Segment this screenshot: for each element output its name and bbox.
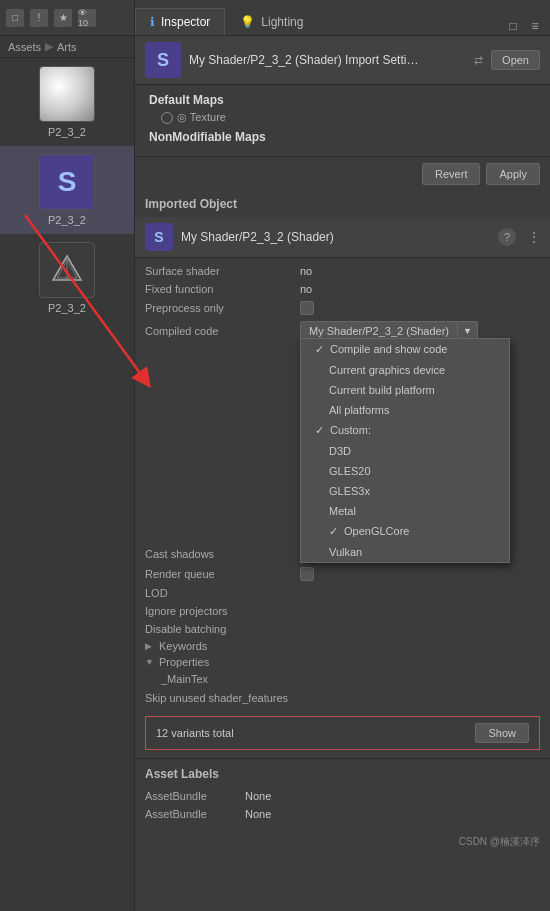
asset-bundle-val-0: None <box>245 790 271 802</box>
prop-label-lod: LOD <box>145 587 300 599</box>
breadcrumb-assets[interactable]: Assets <box>8 41 41 53</box>
properties-table: Surface shader no Fixed function no Prep… <box>135 258 550 712</box>
inspector-tab-icon: ℹ <box>150 15 155 29</box>
shader-header: S My Shader/P2_3_2 (Shader) Import Setti… <box>135 36 550 85</box>
show-button[interactable]: Show <box>475 723 529 743</box>
render-checkbox[interactable] <box>300 567 314 581</box>
lock-icon[interactable]: □ <box>6 9 24 27</box>
asset-label-2: P2_3_2 <box>48 302 86 314</box>
tabs-bar: ℹ Inspector 💡 Lighting □ ≡ <box>135 0 550 36</box>
shader-icon-letter: S <box>157 50 169 71</box>
breadcrumb: Assets ▶ Arts <box>0 36 134 58</box>
asset-item-p2-3-2-unity[interactable]: P2_3_2 <box>0 234 134 322</box>
dropdown-item-current-build[interactable]: Current build platform <box>301 380 509 400</box>
shader-header-icon: S <box>145 42 181 78</box>
prop-surface-shader: Surface shader no <box>145 262 540 280</box>
asset-item-p2-3-2-mat[interactable]: P2_3_2 <box>0 58 134 146</box>
prop-label-render: Render queue <box>145 568 300 580</box>
alert-icon[interactable]: ! <box>30 9 48 27</box>
imported-shader-row: S My Shader/P2_3_2 (Shader) ? ⋮ <box>135 217 550 258</box>
inspector-content: S My Shader/P2_3_2 (Shader) Import Setti… <box>135 36 550 911</box>
lighting-tab-icon: 💡 <box>240 15 255 29</box>
texture-circle-icon <box>161 112 173 124</box>
preprocess-checkbox[interactable] <box>300 301 314 315</box>
dropdown-menu: Compile and show code Current graphics d… <box>300 338 510 563</box>
prop-compiled-code: Compiled code My Shader/P2_3_2 (Shader) … <box>145 318 540 344</box>
breadcrumb-arts[interactable]: Arts <box>57 41 77 53</box>
inspector-tab-label: Inspector <box>161 15 210 29</box>
dropdown-item-vulkan[interactable]: Vulkan <box>301 542 509 562</box>
prop-label-compiled: Compiled code <box>145 325 300 337</box>
tab-window-icon[interactable]: □ <box>504 17 522 35</box>
star-icon[interactable]: ★ <box>54 9 72 27</box>
prop-value-fixed: no <box>300 283 312 295</box>
asset-bundle-key-1: AssetBundle <box>145 808 245 820</box>
help-button[interactable]: ? <box>498 228 516 246</box>
keywords-label: Keywords <box>159 640 207 652</box>
breadcrumb-sep: ▶ <box>45 40 53 53</box>
asset-bundle-key-0: AssetBundle <box>145 790 245 802</box>
dropdown-item-gles20[interactable]: GLES20 <box>301 461 509 481</box>
asset-labels-title: Asset Labels <box>145 767 540 781</box>
left-topbar: □ ! ★ 👁10 <box>0 0 134 36</box>
properties-label: Properties <box>159 656 209 668</box>
shader-header-title: My Shader/P2_3_2 (Shader) Import Setti… <box>189 53 466 67</box>
dropdown-item-current-gfx[interactable]: Current graphics device <box>301 360 509 380</box>
texture-label: ◎ Texture <box>177 111 226 124</box>
texture-sub: ◎ Texture <box>149 111 536 124</box>
prop-disable-batching: Disable batching <box>145 620 540 638</box>
variants-count: 12 variants total <box>156 727 467 739</box>
asset-icon-unity <box>39 242 95 298</box>
prop-label-disable: Disable batching <box>145 623 300 635</box>
tabs-right-icons: □ ≡ <box>498 17 550 35</box>
eye-icon[interactable]: 👁10 <box>78 9 96 27</box>
keywords-tree-item[interactable]: ▶ Keywords <box>145 638 540 654</box>
tab-lighting[interactable]: 💡 Lighting <box>225 8 318 35</box>
tab-menu-icon[interactable]: ≡ <box>526 17 544 35</box>
tab-inspector[interactable]: ℹ Inspector <box>135 8 225 35</box>
asset-label-row-0: AssetBundle None <box>145 787 540 805</box>
asset-label-0: P2_3_2 <box>48 126 86 138</box>
prop-label-surface: Surface shader <box>145 265 300 277</box>
prop-main-tex: _MainTex <box>145 670 540 688</box>
dropdown-item-gles3x[interactable]: GLES3x <box>301 481 509 501</box>
lighting-tab-label: Lighting <box>261 15 303 29</box>
skip-unused-label: Skip unused shader_features <box>145 692 288 704</box>
buttons-row: Revert Apply <box>135 157 550 191</box>
main-tex-label: _MainTex <box>161 673 208 685</box>
revert-button[interactable]: Revert <box>422 163 480 185</box>
dropdown-item-custom[interactable]: Custom: <box>301 420 509 441</box>
shader-s-letter: S <box>58 166 77 198</box>
asset-bundle-val-1: None <box>245 808 271 820</box>
asset-label-row-1: AssetBundle None <box>145 805 540 823</box>
apply-button[interactable]: Apply <box>486 163 540 185</box>
prop-label-preprocess: Preprocess only <box>145 302 300 314</box>
import-arrow-icon: ⇄ <box>474 54 483 67</box>
imported-object-header: Imported Object <box>135 191 550 217</box>
dropdown-item-compile[interactable]: Compile and show code <box>301 339 509 360</box>
prop-lod: LOD <box>145 584 540 602</box>
skip-unused-row: Skip unused shader_features <box>145 692 540 708</box>
imported-s-letter: S <box>154 229 163 245</box>
asset-icon-shader: S <box>39 154 95 210</box>
prop-value-surface: no <box>300 265 312 277</box>
prop-label-fixed: Fixed function <box>145 283 300 295</box>
dropdown-item-all-platforms[interactable]: All platforms <box>301 400 509 420</box>
asset-item-p2-3-2-shader[interactable]: S P2_3_2 <box>0 146 134 234</box>
prop-label-cast: Cast shadows <box>145 548 300 560</box>
keywords-arrow-icon: ▶ <box>145 641 159 651</box>
non-modifiable-title: NonModifiable Maps <box>149 130 536 144</box>
properties-tree-item[interactable]: ▼ Properties <box>145 654 540 670</box>
right-panel: ℹ Inspector 💡 Lighting □ ≡ S My Shader/P… <box>135 0 550 911</box>
dropdown-item-openglcore[interactable]: OpenGLCore <box>301 521 509 542</box>
open-button[interactable]: Open <box>491 50 540 70</box>
left-panel: □ ! ★ 👁10 Assets ▶ Arts P2_3_2 S P2_3_2 … <box>0 0 135 911</box>
prop-preprocess: Preprocess only <box>145 298 540 318</box>
properties-arrow-icon: ▼ <box>145 657 159 667</box>
dropdown-item-metal[interactable]: Metal <box>301 501 509 521</box>
watermark: CSDN @楠溪泽序 <box>135 831 550 853</box>
dropdown-item-d3d[interactable]: D3D <box>301 441 509 461</box>
more-button[interactable]: ⋮ <box>528 230 540 244</box>
prop-label-ignore: Ignore projectors <box>145 605 300 617</box>
prop-render-queue: Render queue <box>145 564 540 584</box>
